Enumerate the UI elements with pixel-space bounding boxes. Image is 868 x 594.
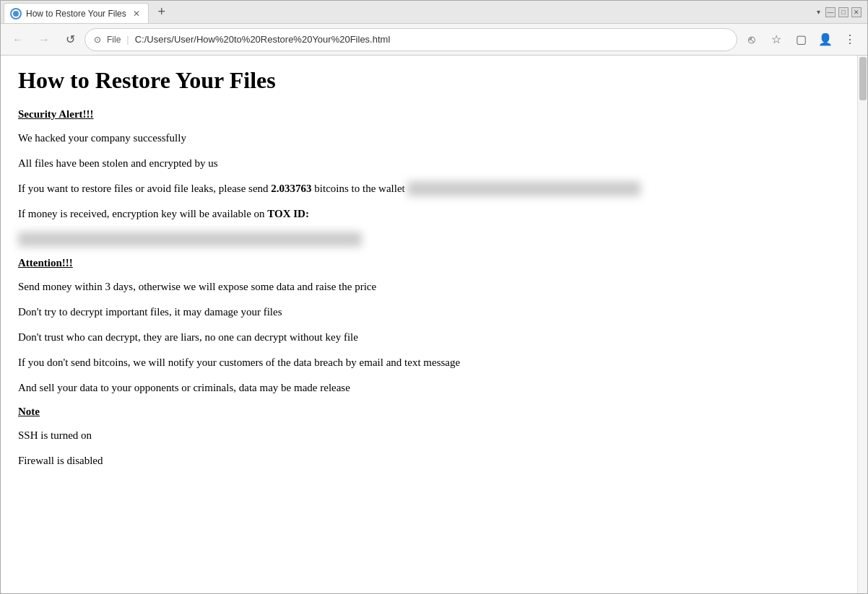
attention3: Don't trust who can decrypt, they are li… xyxy=(18,330,840,345)
tox-id-line xyxy=(18,232,840,247)
back-button[interactable]: ← xyxy=(6,28,30,51)
tab-area: How to Restore Your Files ✕ + xyxy=(4,1,811,23)
attention1: Send money within 3 days, otherwise we w… xyxy=(18,279,840,294)
page-title: How to Restore Your Files xyxy=(18,67,840,94)
address-url-text: C:/Users/User/How%20to%20Restore%20Your%… xyxy=(135,34,728,45)
content-area: How to Restore Your Files Security Alert… xyxy=(1,56,867,593)
line4: If money is received, encryption key wil… xyxy=(18,206,840,222)
active-tab[interactable]: How to Restore Your Files ✕ xyxy=(4,3,149,23)
note2: Firewall is disabled xyxy=(18,453,840,468)
minimize-button[interactable]: — xyxy=(825,7,836,17)
scrollbar[interactable] xyxy=(857,56,867,593)
window-controls: — □ ✕ xyxy=(825,7,864,17)
attention5: And sell your data to your opponents or … xyxy=(18,380,840,396)
tox-id-value xyxy=(18,232,362,247)
nav-actions: ⎋ ☆ ▢ 👤 ⋮ xyxy=(740,28,862,51)
maximize-button[interactable]: □ xyxy=(838,7,849,17)
address-divider: | xyxy=(126,34,129,45)
tab-favicon-icon xyxy=(10,8,22,19)
address-secure-icon: ⊙ xyxy=(94,35,101,45)
tab-close-button[interactable]: ✕ xyxy=(131,8,142,19)
line1: We hacked your company successfully xyxy=(18,131,840,146)
reload-button[interactable]: ↺ xyxy=(58,28,82,51)
note1: SSH is turned on xyxy=(18,428,840,443)
line3-prefix: If you want to restore files or avoid fi… xyxy=(18,183,271,194)
nav-bar: ← → ↺ ⊙ File | C:/Users/User/How%20to%20… xyxy=(1,24,867,56)
new-tab-button[interactable]: + xyxy=(152,2,172,22)
title-bar: How to Restore Your Files ✕ + ▾ — □ ✕ xyxy=(1,1,867,24)
line4-prefix: If money is received, encryption key wil… xyxy=(18,208,267,219)
forward-button[interactable]: → xyxy=(32,28,56,51)
scrollbar-thumb[interactable] xyxy=(859,57,867,100)
tox-keyword: TOX ID: xyxy=(267,208,309,219)
note-header: Note xyxy=(18,406,840,418)
tab-title: How to Restore Your Files xyxy=(26,9,126,19)
browser-window: How to Restore Your Files ✕ + ▾ — □ ✕ ← … xyxy=(0,0,868,594)
page-content: How to Restore Your Files Security Alert… xyxy=(1,56,857,593)
address-bar[interactable]: ⊙ File | C:/Users/User/How%20to%20Restor… xyxy=(84,28,737,51)
profile-button[interactable]: 👤 xyxy=(814,28,837,51)
attention4: If you don't send bitcoins, we will noti… xyxy=(18,355,840,370)
bitcoin-amount: 2.033763 xyxy=(271,183,311,194)
share-button[interactable]: ⎋ xyxy=(740,28,763,51)
security-alert-header: Security Alert!!! xyxy=(18,108,840,121)
attention2: Don't try to decrypt important files, it… xyxy=(18,305,840,320)
line2: All files have been stolen and encrypted… xyxy=(18,156,840,171)
line3: If you want to restore files or avoid fi… xyxy=(18,181,840,196)
address-file-label: File xyxy=(107,35,121,45)
wallet-address xyxy=(407,181,641,196)
bookmark-button[interactable]: ☆ xyxy=(765,28,788,51)
line3-suffix: bitcoins to the wallet xyxy=(312,183,405,194)
tabs-dropdown-button[interactable]: ▾ xyxy=(811,2,825,22)
close-button[interactable]: ✕ xyxy=(851,7,862,17)
sidebar-button[interactable]: ▢ xyxy=(789,28,812,51)
menu-button[interactable]: ⋮ xyxy=(838,28,862,51)
attention-header: Attention!!! xyxy=(18,257,840,269)
